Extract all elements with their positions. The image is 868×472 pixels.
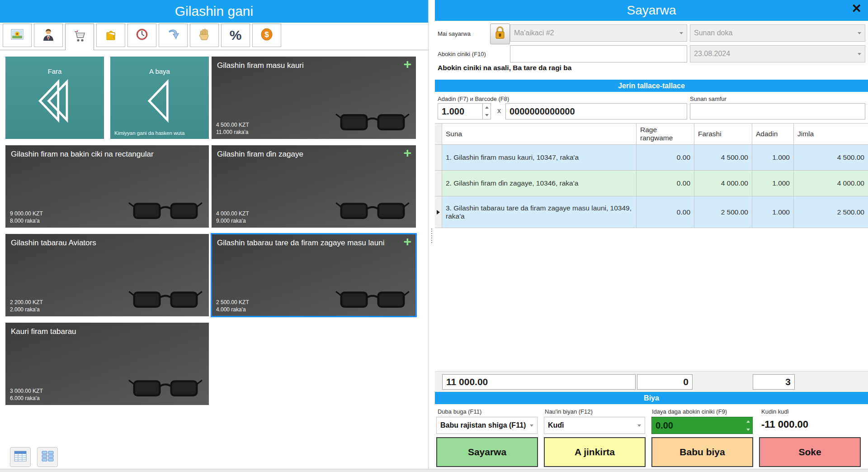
barcode-input[interactable] — [505, 103, 687, 119]
toolbar-cash-button[interactable]: $ — [252, 24, 281, 47]
toolbar-cart-button[interactable] — [65, 24, 94, 50]
bottom-edge-strip — [0, 469, 868, 472]
product-tile[interactable]: Gilashin tabarau tare da firam zagaye ma… — [212, 234, 416, 316]
cell-total: 2 500.00 — [794, 196, 868, 228]
grid-view-button[interactable] — [37, 447, 58, 467]
close-icon[interactable]: ✕ — [851, 3, 862, 15]
product-stock: 4.000 raka'a — [216, 306, 246, 313]
panel-splitter[interactable] — [429, 0, 435, 472]
total-discount: 0 — [637, 374, 693, 390]
nav-tile[interactable]: Fara — [5, 57, 104, 139]
toolbar-person-button[interactable] — [34, 24, 63, 47]
customer-input[interactable] — [510, 45, 687, 62]
chevron-down-icon — [679, 32, 683, 34]
nav-tiles: Fara A baya Kimiyyan — [5, 57, 209, 139]
product-name: Gilashin tabarau tare da firam zagaye ma… — [217, 238, 398, 248]
doc-name-select: Sunan doka — [690, 24, 865, 42]
col-header-name: Suna — [442, 124, 637, 144]
cell-discount: 0.00 — [637, 171, 694, 196]
payment-button[interactable]: A jinkirta — [544, 437, 646, 467]
pay-type-label: Nau'in biyan (F12) — [545, 408, 593, 415]
sale-row[interactable]: 1. Gilashin firam masu kauri, 10347, rak… — [435, 145, 868, 171]
received-amount-field[interactable] — [651, 417, 753, 434]
payment-button[interactable]: Sayarwa — [436, 437, 538, 467]
cell-qty: 1.000 — [752, 196, 794, 228]
toolbar-return-button[interactable] — [159, 24, 188, 47]
col-header-qty: Adadin — [752, 124, 794, 144]
date-select: 23.08.2024 — [690, 45, 865, 62]
cell-name: 2. Gilashin firam ɗin zagaye, 10346, rak… — [442, 171, 637, 196]
undo-arrow-icon — [167, 28, 179, 43]
product-price: 3 000.00 KZT — [10, 388, 43, 394]
sale-row[interactable]: 3. Gilashin tabarau tare da firam zagaye… — [435, 196, 868, 228]
toolbar-addons-button[interactable] — [96, 24, 125, 47]
row-selector-cell — [435, 145, 442, 170]
glasses-image — [127, 373, 203, 402]
nav-tile-label: Fara — [5, 67, 104, 75]
nav-tile[interactable]: A baya Kimiyyan gani da hasken wuta — [110, 57, 209, 139]
sale-title-bar: Sayarwa ✕ — [435, 0, 868, 21]
product-tile[interactable]: Gilashin firam na bakin ciki na rectangu… — [5, 145, 209, 228]
product-tile[interactable]: Gilashin firam masu kauri + 4 500.00 KZT… — [212, 57, 416, 139]
product-name: Gilashin firam ɗin zagaye — [217, 150, 398, 159]
lock-icon — [493, 25, 507, 43]
table-view-button[interactable] — [10, 447, 31, 467]
current-row-marker-icon — [437, 210, 440, 215]
stepper-arrows-icon[interactable] — [482, 104, 491, 119]
qty-barcode-label: Adadin (F7) и Barcode (F8) — [438, 95, 509, 102]
product-tile[interactable]: Gilashin tabarau Aviators 2 200.00 KZT 2… — [5, 234, 209, 316]
product-stock: 6.000 raka'a — [10, 395, 40, 401]
add-product-icon[interactable]: + — [403, 57, 411, 71]
cell-qty: 1.000 — [752, 171, 794, 196]
glasses-image — [335, 196, 410, 225]
product-price: 2 500.00 KZT — [216, 299, 249, 305]
payment-button-label: Sayarwa — [468, 447, 506, 458]
picture-icon — [11, 29, 24, 42]
back-arrow-icon — [33, 78, 76, 124]
lock-button[interactable] — [490, 24, 510, 44]
print-select[interactable]: Babu rajistan shiga (F11) — [436, 417, 538, 434]
chevron-down-icon — [858, 53, 861, 55]
product-name-input[interactable] — [690, 103, 865, 119]
col-header-price: Farashi — [694, 124, 752, 144]
glasses-image — [127, 285, 203, 314]
product-name: Gilashin firam masu kauri — [217, 61, 398, 70]
toolbar-pictures-button[interactable] — [3, 24, 32, 47]
table-header-row: Suna Rage rangwame Farashi Adadin Jimla — [435, 123, 868, 145]
customer-label: Abokin ciniki (F10) — [438, 51, 486, 57]
pay-type-select[interactable]: Kuɗi — [544, 417, 645, 434]
row-selector-cell — [435, 196, 442, 228]
row-selector-cell — [435, 171, 442, 196]
col-header-total: Jimla — [794, 124, 868, 144]
toolbar-discount-button[interactable]: % — [221, 24, 250, 47]
clock-icon — [136, 28, 148, 43]
stepper-arrows-icon[interactable] — [744, 417, 752, 434]
back-arrow-icon — [138, 78, 181, 124]
totals-bar: 11 000.00 0 3 — [435, 371, 868, 392]
glasses-image — [127, 196, 203, 225]
toolbar-history-button[interactable] — [127, 24, 156, 47]
product-name-label: Sunan samfur — [690, 95, 726, 102]
change-label: Kudin kuɗi — [761, 408, 789, 415]
person-icon — [42, 28, 54, 43]
product-tile[interactable]: Kauri firam tabarau 3 000.00 KZT 6.000 r… — [5, 323, 209, 405]
received-amount-input[interactable] — [652, 417, 752, 434]
payment-button[interactable]: Babu biya — [651, 437, 753, 467]
add-product-icon[interactable]: + — [403, 235, 411, 248]
cell-name: 3. Gilashin tabarau tare da firam zagaye… — [442, 196, 637, 228]
pay-type-value: Kuɗi — [548, 421, 564, 429]
quantity-stepper[interactable]: 1.000 — [438, 103, 491, 119]
add-product-icon[interactable]: + — [403, 146, 411, 160]
splitter-grip-icon — [431, 229, 432, 244]
glasses-image — [335, 107, 410, 136]
col-header-discount: Rage rangwame — [637, 124, 694, 144]
product-stock: 8.000 raka'a — [10, 218, 40, 224]
payment-button[interactable]: Soke — [759, 437, 861, 467]
print-value: Babu rajistan shiga (F11) — [440, 421, 526, 429]
toolbar-hold-button[interactable] — [190, 24, 219, 47]
glasses-image — [335, 285, 410, 314]
cell-price: 4 500.00 — [694, 145, 752, 170]
product-tile[interactable]: Gilashin firam ɗin zagaye + 4 000.00 KZT… — [212, 145, 416, 228]
sale-row[interactable]: 2. Gilashin firam ɗin zagaye, 10346, rak… — [435, 171, 868, 196]
received-label: Idaya daga abokin ciniki (F9) — [652, 408, 727, 415]
